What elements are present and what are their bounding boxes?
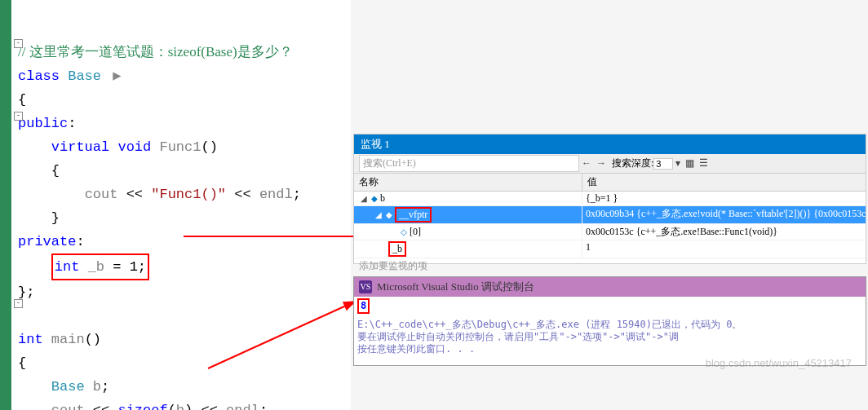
watch-row[interactable]: ◇[0]0x00c0153c {c++_多态.exe!Base::Func1(v… [354,224,866,240]
diamond-icon: ◇ [401,227,407,236]
depth-input[interactable] [653,158,673,170]
watch-var-name: [0] [410,226,421,238]
left-gutter [0,0,11,410]
console-title: VS Microsoft Visual Studio 调试控制台 [354,277,866,297]
console-exit-text: E:\C++_code\c++_多态\Debug\c++_多态.exe (进程 … [357,319,862,355]
code-content: // 这里常考一道笔试题：sizeof(Base)是多少？ class Base… [18,16,351,410]
list-icon[interactable]: ☰ [699,157,708,170]
watch-var-name: _b [392,243,402,254]
depth-label: 搜索深度: [612,157,653,170]
tree-icon[interactable]: ▦ [685,157,694,170]
watch-row[interactable]: ◢◆__vfptr0x00c09b34 {c++_多态.exe!void(* B… [354,206,866,224]
col-value-header: 值 [582,174,866,191]
tree-arrow-icon[interactable]: ◢ [375,210,383,219]
code-editor: - - - // 这里常考一道笔试题：sizeof(Base)是多少？ clas… [0,0,351,410]
search-next-icon[interactable]: → [596,157,606,170]
watch-var-value: {_b=1 } [582,192,866,205]
search-prev-icon[interactable]: ← [582,157,591,170]
watch-panel: 监视 1 搜索(Ctrl+E) ← → 搜索深度: ▾ ▦ ☰ 名称 值 ◢◆b… [353,134,866,264]
highlight-member: int _b = 1; [51,253,149,280]
fold-button-main[interactable]: - [14,299,23,308]
diamond-icon: ◆ [386,210,392,219]
output-highlight: 8 [357,298,370,314]
console-body: 8 E:\C++_code\c++_多态\Debug\c++_多态.exe (进… [354,297,866,357]
vs-icon: VS [359,280,372,293]
watch-toolbar: 搜索(Ctrl+E) ← → 搜索深度: ▾ ▦ ☰ [354,154,866,174]
watch-rows: ◢◆b{_b=1 }◢◆__vfptr0x00c09b34 {c++_多态.ex… [354,192,866,258]
fold-button-class[interactable]: - [14,39,23,48]
console-panel: VS Microsoft Visual Studio 调试控制台 8 E:\C+… [353,276,866,366]
diamond-icon: ◆ [371,194,378,203]
watch-var-value: 1 [582,240,866,258]
depth-dropdown-icon[interactable]: ▾ [675,157,680,170]
watch-title: 监视 1 [354,134,866,154]
watch-var-value: 0x00c0153c {c++_多态.exe!Base::Func1(void)… [582,224,866,240]
watch-var-value: 0x00c09b34 {c++_多态.exe!void(* Base::`vft… [582,206,866,223]
play-icon: ▶ [113,64,121,88]
tree-arrow-icon[interactable]: ◢ [361,194,369,203]
watch-row[interactable]: _b1 [354,240,866,258]
watch-add-hint[interactable]: 添加要监视的项 [354,258,866,274]
watch-var-name: b [380,192,385,205]
watch-row[interactable]: ◢◆b{_b=1 } [354,192,866,206]
watch-var-name: __vfptr [399,209,427,220]
col-name-header: 名称 [354,174,582,191]
watch-columns: 名称 值 [354,174,866,192]
fold-button-func[interactable]: - [14,112,23,121]
search-input[interactable]: 搜索(Ctrl+E) [359,155,579,172]
comment-line: // 这里常考一道笔试题：sizeof(Base)是多少？ [18,44,293,60]
